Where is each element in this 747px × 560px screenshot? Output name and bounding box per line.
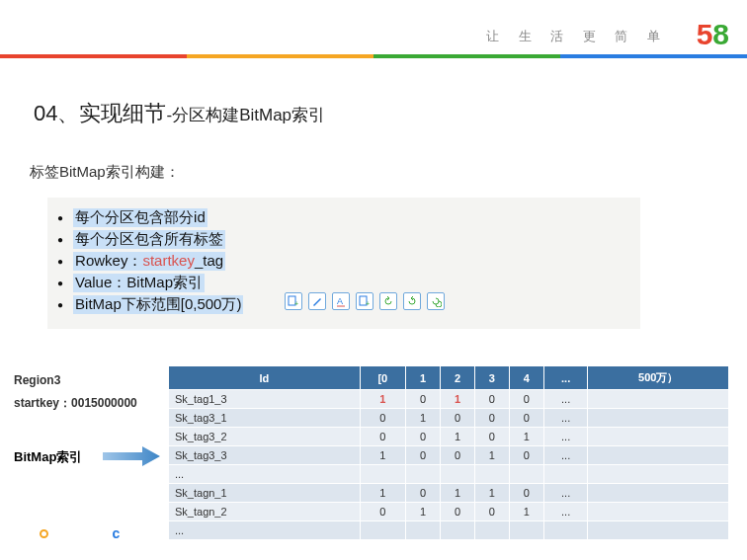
cell: 1: [406, 503, 441, 521]
table-row: Sk_tag3_200101...: [169, 428, 729, 446]
cell: 1: [474, 484, 509, 503]
footer-decoration: c: [40, 524, 120, 542]
table-row: Sk_tag1_310100...: [169, 390, 729, 409]
region-labels: Region3 startkey：0015000000: [14, 373, 137, 420]
svg-text:A: A: [337, 296, 343, 306]
startkey-label: startkey：0015000000: [14, 395, 137, 412]
cell: 1: [509, 428, 543, 446]
table-row: ...: [169, 521, 729, 540]
row-id: Sk_tag3_2: [169, 428, 361, 446]
cell: ...: [543, 390, 588, 409]
copy-page-icon[interactable]: +: [356, 292, 374, 310]
bitmap-table: Id[01234...500万） Sk_tag1_310100...Sk_tag…: [168, 365, 729, 540]
table-header: 4: [509, 366, 543, 390]
cell: [588, 446, 729, 465]
logo-five: 5: [697, 18, 713, 50]
table-header: 2: [441, 366, 475, 390]
cell: [360, 465, 405, 484]
cell: 0: [406, 484, 441, 503]
cell: [588, 428, 729, 446]
row-id: Sk_tagn_1: [169, 484, 361, 503]
edit-toolbar: + A +: [285, 292, 445, 310]
cell: [474, 465, 509, 484]
subtitle-text: 标签BitMap索引构建：: [30, 163, 180, 182]
cell: ...: [543, 503, 588, 521]
logo-eight: 8: [712, 18, 729, 50]
bullet-4-text: Value：BitMap索引: [73, 274, 205, 292]
table-row: Sk_tagn_110110...: [169, 484, 729, 503]
cell: [406, 521, 441, 540]
region-name: Region3: [14, 373, 137, 387]
cell: [588, 409, 729, 428]
cell: 1: [474, 446, 509, 465]
refresh-left-icon[interactable]: [379, 292, 397, 310]
table-row: Sk_tagn_201001...: [169, 503, 729, 521]
cell: 1: [360, 390, 405, 409]
cell: [474, 521, 509, 540]
cell: 0: [509, 409, 543, 428]
row-id: Sk_tag1_3: [169, 390, 361, 409]
bullet-1: 每个分区包含部分id: [57, 208, 630, 227]
table-header: 1: [406, 366, 441, 390]
cell: 1: [441, 484, 475, 503]
add-page-icon[interactable]: +: [285, 292, 302, 310]
row-id: ...: [169, 521, 361, 540]
cell: [588, 503, 729, 521]
cell: 0: [360, 409, 405, 428]
cell: 0: [509, 484, 543, 503]
cell: [543, 521, 588, 540]
cell: 0: [474, 503, 509, 521]
table-header: Id: [169, 366, 361, 390]
pencil-icon[interactable]: [308, 292, 326, 310]
table-row: Sk_tag3_310010...: [169, 446, 729, 465]
slide-title: 04、实现细节-分区构建BitMap索引: [34, 99, 325, 128]
cell: 1: [509, 503, 543, 521]
refresh-right-icon[interactable]: [403, 292, 421, 310]
cell: [360, 521, 405, 540]
cell: [509, 465, 543, 484]
bullet-3-text: Rowkey：startkey_tag: [73, 252, 225, 271]
bullet-3-suf: _tag: [195, 252, 223, 269]
bullet-1-text: 每个分区包含部分id: [73, 208, 208, 227]
cell: [441, 465, 475, 484]
cell: [588, 521, 729, 540]
row-id: Sk_tag3_1: [169, 409, 361, 428]
cell: 0: [441, 409, 475, 428]
cell: [588, 484, 729, 503]
top-color-bar: [0, 54, 747, 58]
text-a-icon[interactable]: A: [332, 292, 350, 310]
cell: ...: [543, 428, 588, 446]
cell: [406, 465, 441, 484]
table-row: Sk_tag3_101000...: [169, 409, 729, 428]
arrow-icon: [103, 444, 162, 472]
row-id: Sk_tagn_2: [169, 503, 361, 521]
cell: ...: [543, 409, 588, 428]
bullet-3-sk: startkey: [142, 252, 195, 269]
cell: 0: [360, 428, 405, 446]
bitmap-label: BitMap索引: [14, 448, 82, 466]
cell: 1: [406, 409, 441, 428]
table-row: ...: [169, 465, 729, 484]
cell: 0: [441, 446, 475, 465]
table-header: 3: [474, 366, 509, 390]
cell: 0: [406, 428, 441, 446]
row-id: Sk_tag3_3: [169, 446, 361, 465]
bullet-5-text: BitMap下标范围[0,500万): [73, 295, 243, 314]
bullet-3: Rowkey：startkey_tag: [57, 252, 630, 271]
cell: 0: [406, 446, 441, 465]
cell: 0: [509, 446, 543, 465]
cell: 1: [441, 428, 475, 446]
cell: [588, 390, 729, 409]
cell: 0: [474, 428, 509, 446]
cell: ...: [543, 446, 588, 465]
bullet-2-text: 每个分区包含所有标签: [73, 230, 225, 249]
cell: 0: [474, 409, 509, 428]
table-header: ...: [543, 366, 588, 390]
cell: 0: [360, 503, 405, 521]
svg-text:+: +: [366, 300, 370, 307]
refresh-all-icon[interactable]: [427, 292, 445, 310]
title-prefix: 04、实现细节: [34, 101, 166, 125]
cell: 1: [441, 390, 475, 409]
tagline-text: 让 生 活 更 简 单: [486, 28, 668, 45]
cell: 0: [441, 503, 475, 521]
